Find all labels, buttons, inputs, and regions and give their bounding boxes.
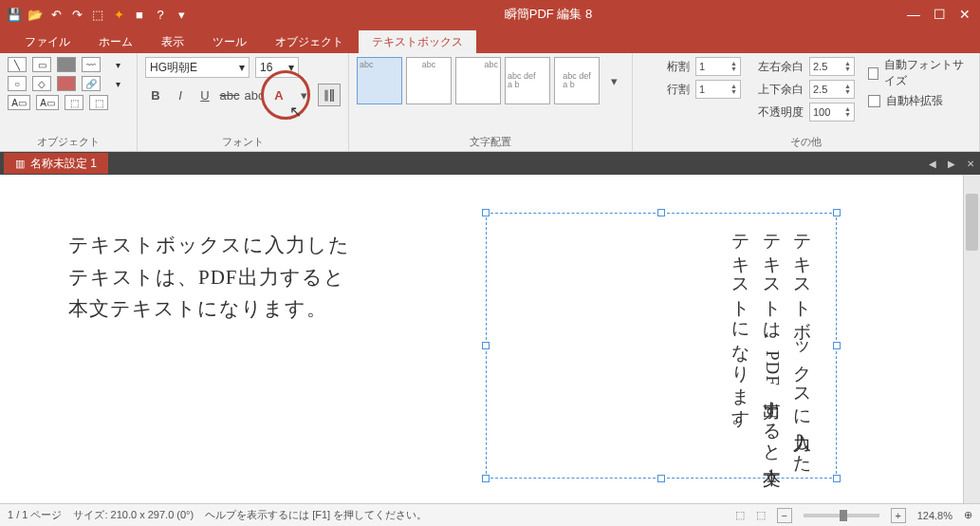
font-size-select[interactable]: 16▾: [255, 57, 299, 78]
ribbon-group-align: abc abc abc abc def a b abc def a b ▾ 文字…: [349, 53, 633, 151]
align-top-left[interactable]: abc: [357, 57, 402, 104]
vertical-text-button[interactable]: ∥ǁ: [318, 84, 341, 106]
fillrect-icon[interactable]: [57, 57, 76, 72]
status-help: ヘルプを表示するには [F1] を押してください。: [205, 508, 427, 522]
document-tab-bar: ▥ 名称未設定 1 ◀ ▶ ✕: [0, 152, 980, 175]
ribbon-group-font: HG明朝E▾ 16▾ B I U abc abc A ▾ ∥ǁ ↖ フォント: [138, 53, 349, 151]
cursor-icon: ↖: [289, 103, 302, 121]
align-mid-left[interactable]: abc def a b: [505, 57, 550, 104]
font-family-select[interactable]: HG明朝E▾: [145, 57, 250, 78]
maximize-button[interactable]: ☐: [934, 7, 946, 22]
horizontal-text[interactable]: テキストボックスに入力した テキストは、PDF出力すると 本文テキストになります…: [68, 230, 350, 326]
vertical-text[interactable]: テキストボックスに入力したテキストは、PDF出力すると本文テキストになります。: [726, 222, 818, 469]
tab-object[interactable]: オブジェクト: [262, 30, 357, 53]
tb-margin-spin[interactable]: 2.5▲▼: [809, 80, 855, 99]
line-icon[interactable]: ╲: [8, 57, 27, 72]
pointer-icon[interactable]: ✦: [110, 6, 127, 23]
checkbox-icon: [868, 95, 880, 107]
lr-margin-label: 左右余白: [754, 59, 804, 75]
caps-button[interactable]: abc: [244, 85, 265, 105]
tab-tool[interactable]: ツール: [199, 30, 260, 53]
undo-icon[interactable]: ↶: [47, 6, 65, 23]
zoom-slider[interactable]: [804, 514, 879, 517]
align-more[interactable]: ▾: [603, 70, 624, 91]
redo-icon[interactable]: ↷: [68, 6, 85, 23]
quick-access-toolbar: 💾 📂 ↶ ↷ ⬚ ✦ ■ ? ▾: [6, 6, 190, 23]
circle-icon[interactable]: ○: [8, 76, 27, 91]
checkbox-icon: [868, 67, 878, 80]
col-split-spin[interactable]: 1▲▼: [695, 57, 741, 76]
status-size: サイズ: 210.0 x 297.0 (0°): [73, 508, 194, 522]
ribbon: ╲ ▭ 〰 ▾ ○ ◇ 🔗 ▾ A▭ A▭ ⬚ ⬚ オブジェクト: [0, 53, 980, 152]
align-mid-center[interactable]: abc def a b: [554, 57, 600, 104]
workspace: テキストボックスに入力した テキストは、PDF出力すると 本文テキストになります…: [0, 175, 980, 503]
italic-button[interactable]: I: [170, 85, 191, 105]
resize-handle-e[interactable]: [833, 342, 841, 349]
obj-more-2[interactable]: ▾: [106, 76, 129, 91]
selected-textbox[interactable]: テキストボックスに入力したテキストは、PDF出力すると本文テキストになります。: [486, 213, 837, 479]
tab-file[interactable]: ファイル: [11, 30, 83, 53]
open-icon[interactable]: 📂: [27, 6, 44, 23]
strike-button[interactable]: abc: [219, 85, 240, 105]
minimize-button[interactable]: —: [907, 7, 920, 22]
row-split-label: 行割: [640, 82, 690, 98]
fit-width-icon[interactable]: ⬚: [756, 509, 766, 521]
auto-font-size-check[interactable]: 自動フォントサイズ: [868, 57, 971, 89]
scrollbar-thumb[interactable]: [966, 194, 978, 251]
resize-handle-ne[interactable]: [833, 209, 841, 216]
chevron-down-icon: ▾: [288, 61, 294, 74]
row-split-spin[interactable]: 1▲▼: [695, 80, 741, 99]
resize-handle-nw[interactable]: [482, 209, 490, 216]
canvas[interactable]: テキストボックスに入力した テキストは、PDF出力すると 本文テキストになります…: [0, 175, 963, 503]
lr-margin-spin[interactable]: 2.5▲▼: [809, 57, 855, 76]
underline-button[interactable]: U: [194, 85, 215, 105]
opacity-spin[interactable]: 100▲▼: [809, 103, 855, 122]
fit-page-icon[interactable]: ⬚: [735, 509, 745, 521]
tool-icon[interactable]: ⬚: [89, 6, 106, 23]
resize-handle-s[interactable]: [657, 475, 665, 482]
bold-button[interactable]: B: [145, 85, 166, 105]
resize-handle-w[interactable]: [482, 342, 490, 349]
vertical-scrollbar[interactable]: [963, 175, 980, 503]
fill-icon[interactable]: [57, 76, 76, 91]
zoom-reset-icon[interactable]: ⊕: [964, 509, 972, 521]
tab-prev[interactable]: ◀: [923, 159, 942, 169]
stamp-icon[interactable]: ⬚: [65, 95, 83, 110]
resize-handle-se[interactable]: [833, 475, 841, 482]
ribbon-group-other: 桁割1▲▼ 行割1▲▼ 左右余白2.5▲▼ 上下余白2.5▲▼ 不透明度100▲…: [633, 53, 980, 151]
align-top-right[interactable]: abc: [455, 57, 501, 104]
font-color-button[interactable]: A: [268, 85, 289, 105]
textbox2-icon[interactable]: A▭: [36, 95, 59, 110]
ribbon-group-object: ╲ ▭ 〰 ▾ ○ ◇ 🔗 ▾ A▭ A▭ ⬚ ⬚ オブジェクト: [0, 53, 138, 151]
save-icon[interactable]: 💾: [6, 6, 23, 23]
zoom-out-button[interactable]: −: [777, 508, 792, 523]
page-icon: ▥: [15, 158, 25, 170]
dropdown-icon[interactable]: ▾: [173, 6, 190, 23]
tab-home[interactable]: ホーム: [85, 30, 146, 53]
tab-close[interactable]: ✕: [961, 159, 980, 169]
align-top-center[interactable]: abc: [406, 57, 452, 104]
stop-icon[interactable]: ■: [131, 6, 148, 23]
zoom-thumb[interactable]: [840, 510, 847, 521]
scribble-icon[interactable]: 〰: [82, 57, 101, 72]
title-bar: 💾 📂 ↶ ↷ ⬚ ✦ ■ ? ▾ 瞬簡PDF 編集 8 — ☐ ✕: [0, 0, 980, 28]
document-tab[interactable]: ▥ 名称未設定 1: [4, 153, 108, 174]
obj-more-1[interactable]: ▾: [106, 57, 129, 72]
resize-handle-n[interactable]: [657, 209, 665, 216]
tb-margin-label: 上下余白: [754, 82, 804, 98]
tab-textbox[interactable]: テキストボックス: [359, 30, 476, 53]
link-icon[interactable]: 🔗: [82, 76, 101, 91]
close-button[interactable]: ✕: [959, 7, 971, 22]
image-icon[interactable]: ⬚: [89, 95, 108, 110]
help-icon[interactable]: ?: [152, 6, 169, 23]
status-bar: 1 / 1 ページ サイズ: 210.0 x 297.0 (0°) ヘルプを表示…: [0, 503, 980, 526]
textbox-icon[interactable]: A▭: [8, 95, 30, 110]
resize-handle-sw[interactable]: [482, 475, 490, 482]
diamond-icon[interactable]: ◇: [32, 76, 51, 91]
rect-icon[interactable]: ▭: [32, 57, 51, 72]
auto-fit-check[interactable]: 自動枠拡張: [868, 93, 971, 109]
tab-next[interactable]: ▶: [942, 159, 961, 169]
tab-view[interactable]: 表示: [148, 30, 197, 53]
col-split-label: 桁割: [640, 59, 690, 75]
zoom-in-button[interactable]: +: [891, 508, 906, 523]
